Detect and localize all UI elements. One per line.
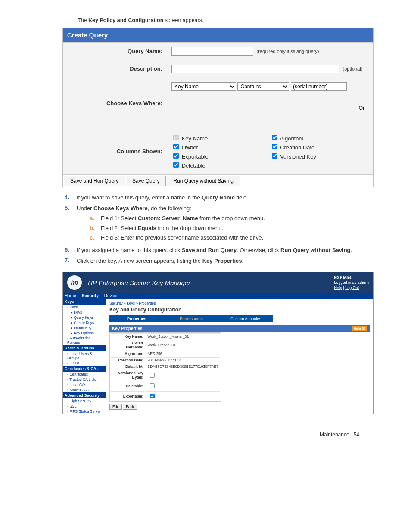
step-5-body: Under Choose Keys Where, do the followin… <box>77 205 385 244</box>
save-query-button[interactable]: Save Query <box>126 176 166 186</box>
nav-device[interactable]: Device <box>104 293 118 298</box>
sidebar-item-import-keys[interactable]: ▸ Import Keys <box>63 325 106 330</box>
km-main: Security » Keys » Properties Key and Pol… <box>106 299 373 414</box>
km-app-title: HP Enterprise Secure Key Manager <box>88 279 334 286</box>
hp-logo-icon: hp <box>67 275 82 290</box>
nav-security[interactable]: Security <box>81 293 98 298</box>
description-hint: (optional) <box>342 66 362 72</box>
tab-custom-attributes[interactable]: Custom Attributes <box>218 315 273 322</box>
sidebar-item-keys[interactable]: ▪ Keys <box>63 305 106 310</box>
step-5a-body: Field 1: Select Custom: Server_Name from… <box>101 215 385 223</box>
step-4-number: 4. <box>65 194 77 202</box>
sidebar-item-local-users[interactable]: ▪ Local Users & Groups <box>63 351 106 361</box>
filter-field3-input[interactable] <box>291 82 347 91</box>
prop-owner: Work_Station_01 <box>146 340 220 350</box>
sidebar-item-known-ca[interactable]: ▪ Known CAs <box>63 387 106 392</box>
sidebar-item-local-ca[interactable]: ▪ Local CAs <box>63 382 106 387</box>
columns-right: Algorithm Creation Date Versioned Key <box>270 133 369 170</box>
key-properties-table: Key Name:Work_Station_Master_01 Owner Us… <box>109 332 221 402</box>
step-6-number: 6. <box>65 246 77 255</box>
breadcrumb: Security » Keys » Properties <box>109 301 370 305</box>
step-7-body: Click on the key. A new screen appears, … <box>77 257 385 265</box>
filter-field2-select[interactable]: Contains <box>237 82 289 91</box>
query-name-label: Query Name: <box>63 43 167 60</box>
nav-home[interactable]: Home <box>65 293 76 298</box>
tab-properties[interactable]: Properties <box>109 315 164 322</box>
sidebar-item-certs[interactable]: ▪ Certificates <box>63 372 106 377</box>
run-without-saving-button[interactable]: Run Query without Saving <box>167 176 240 186</box>
query-name-hint: (required only if saving query) <box>256 49 319 54</box>
create-query-header: Create Query <box>63 28 373 42</box>
sidebar-item-auth-policies[interactable]: ▪ Authorization Policies <box>63 336 106 345</box>
or-button[interactable]: Or <box>355 104 368 112</box>
col-creationdate-checkbox[interactable] <box>272 144 277 149</box>
instruction-steps: 4. If you want to save this query, enter… <box>65 194 385 265</box>
sidebar-group-keys: Keys <box>63 299 106 305</box>
col-algorithm-checkbox[interactable] <box>272 135 277 140</box>
key-properties-header: Key Properties Help 🛈 <box>109 325 370 332</box>
km-nav: Home Security Device <box>63 293 373 299</box>
sidebar-item-fips[interactable]: ▪ FIPS Status Server <box>63 409 106 414</box>
sidebar-item-ldap[interactable]: ▪ LDAP <box>63 361 106 366</box>
query-name-input[interactable] <box>171 47 253 56</box>
prop-versioned-checkbox[interactable] <box>150 373 155 378</box>
col-owner-checkbox[interactable] <box>173 144 179 149</box>
col-versionedkey-checkbox[interactable] <box>272 153 277 159</box>
sidebar-group-advanced: Advanced Security <box>63 392 106 398</box>
help-badge[interactable]: Help 🛈 <box>352 326 367 331</box>
sidebar-item-keys-sub[interactable]: ▸ Keys <box>63 310 106 315</box>
prop-keyname: Work_Station_Master_01 <box>146 333 220 339</box>
prop-exportable-checkbox[interactable] <box>150 394 155 398</box>
prop-default-iv: BDAB8D7E648B9D309BE17701930F7AE7 <box>146 364 220 369</box>
key-manager-screenshot: hp HP Enterprise Secure Key Manager ESKM… <box>62 272 374 414</box>
col-exportable-checkbox[interactable] <box>173 153 179 159</box>
step-5c-body: Field 3: Enter the previous server name … <box>101 234 385 242</box>
sidebar-item-query-keys[interactable]: ▸ Query Keys <box>63 315 106 320</box>
prop-deletable-checkbox[interactable] <box>150 383 155 388</box>
step-5-number: 5. <box>65 205 77 244</box>
description-input[interactable] <box>171 65 339 73</box>
create-query-panel: Create Query Query Name: (required only … <box>62 28 374 187</box>
step-5b-number: b. <box>90 224 101 233</box>
filter-field1-select[interactable]: Key Name <box>171 82 236 91</box>
edit-button[interactable]: Edit <box>109 404 122 410</box>
columns-shown-label: Columns Shown: <box>63 128 167 174</box>
km-header-right: ESKM54 Logged in as admin Help | Log Out <box>334 275 369 290</box>
km-sidebar: Keys ▪ Keys ▸ Keys ▸ Query Keys ▸ Create… <box>63 299 106 414</box>
page-footer: Maintenance 54 <box>17 432 359 438</box>
back-button[interactable]: Back <box>123 404 137 410</box>
intro-text: The Key Policy and Configuration screen … <box>78 17 385 23</box>
km-user: admin <box>357 280 369 285</box>
prop-creation-date: 2013-04-25 13:41:34 <box>146 357 220 363</box>
km-system-name: ESKM54 <box>334 275 369 280</box>
col-keyname-checkbox <box>173 135 179 140</box>
sidebar-group-cas: Certificates & CAs <box>63 366 106 372</box>
step-5c-number: c. <box>90 234 101 242</box>
step-5b-body: Field 2: Select Equals from the drop dow… <box>101 224 385 233</box>
step-7-number: 7. <box>65 257 77 265</box>
columns-left: Key Name Owner Exportable Deletable <box>171 133 270 170</box>
sidebar-group-users: Users & Groups <box>63 345 106 351</box>
choose-keys-label: Choose Keys Where: <box>63 78 167 128</box>
sidebar-item-key-options[interactable]: ▸ Key Options <box>63 330 106 336</box>
sidebar-item-high-security[interactable]: ▪ High Security <box>63 398 106 404</box>
description-label: Description: <box>63 60 167 78</box>
sidebar-item-ssl[interactable]: ▪ SSL <box>63 404 106 409</box>
step-6-body: If you assigned a name to this query, cl… <box>77 246 385 255</box>
logout-link[interactable]: Log Out <box>345 286 359 290</box>
help-link[interactable]: Help <box>334 286 342 290</box>
tab-permissions[interactable]: Permissions <box>164 315 219 322</box>
step-4-body: If you want to save this query, enter a … <box>77 194 385 202</box>
col-deletable-checkbox[interactable] <box>173 162 179 168</box>
sidebar-item-create-keys[interactable]: ▸ Create Keys <box>63 320 106 325</box>
km-tabs: Properties Permissions Custom Attributes <box>109 315 273 322</box>
page-title: Key and Policy Configuration <box>109 307 370 313</box>
prop-algorithm: AES-256 <box>146 351 220 356</box>
sidebar-item-trusted-ca[interactable]: ▪ Trusted CA Lists <box>63 377 106 382</box>
step-5a-number: a. <box>90 215 101 223</box>
save-run-query-button[interactable]: Save and Run Query <box>64 176 125 186</box>
